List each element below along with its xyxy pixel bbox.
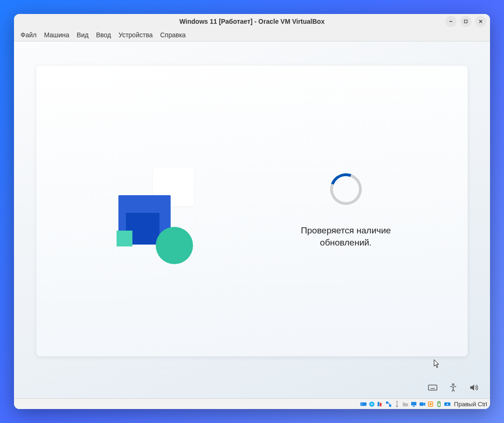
svg-point-23 [396, 401, 398, 402]
menu-file[interactable]: Файл [18, 30, 39, 40]
host-key-indicator[interactable]: Правый Ctrl [454, 401, 487, 408]
svg-rect-18 [386, 401, 388, 403]
oobe-card: Проверяется наличие обновлений. [36, 66, 468, 356]
optical-disc-icon[interactable] [368, 401, 375, 408]
window-controls [445, 16, 486, 27]
recording-icon[interactable] [419, 401, 426, 408]
oobe-status-panel: Проверяется наличие обновлений. [224, 66, 468, 356]
oobe-status-line2: обновлений. [320, 238, 372, 247]
cpu-icon[interactable] [427, 401, 434, 408]
network-icon[interactable] [385, 401, 392, 408]
display-icon[interactable] [410, 401, 417, 408]
hard-disk-icon[interactable] [360, 401, 367, 408]
maximize-button[interactable] [460, 16, 471, 27]
oobe-system-tray [428, 382, 479, 393]
svg-rect-1 [464, 20, 467, 23]
svg-marker-11 [470, 385, 474, 391]
svg-rect-16 [378, 402, 380, 406]
svg-line-20 [388, 403, 390, 404]
menu-view[interactable]: Вид [74, 30, 91, 40]
menu-devices[interactable]: Устройства [116, 30, 155, 40]
menu-input[interactable]: Ввод [93, 30, 114, 40]
guest-display[interactable]: Проверяется наличие обновлений. [14, 41, 490, 398]
audio-icon[interactable] [377, 401, 384, 408]
oobe-status-text: Проверяется наличие обновлений. [301, 225, 391, 248]
volume-icon[interactable] [469, 382, 479, 393]
oobe-graphic-panel [36, 66, 224, 356]
vbox-statusbar: Правый Ctrl [14, 398, 490, 409]
virtualbox-window: Windows 11 [Работает] - Oracle VM Virtua… [14, 14, 490, 409]
svg-rect-26 [420, 402, 423, 406]
usb-icon[interactable] [394, 401, 400, 408]
svg-rect-25 [413, 406, 414, 407]
svg-point-13 [361, 403, 362, 404]
svg-rect-19 [389, 404, 391, 407]
oobe-status-line1: Проверяется наличие [301, 225, 391, 235]
accessibility-icon[interactable] [448, 382, 458, 393]
menubar: Файл Машина Вид Ввод Устройства Справка [14, 29, 490, 41]
titlebar[interactable]: Windows 11 [Работает] - Oracle VM Virtua… [14, 14, 490, 29]
svg-marker-27 [423, 402, 425, 406]
close-button[interactable] [475, 16, 486, 27]
svg-rect-29 [429, 403, 431, 405]
svg-point-10 [452, 384, 454, 386]
svg-point-15 [371, 403, 373, 405]
menu-help[interactable]: Справка [157, 30, 188, 40]
shared-folders-icon[interactable] [402, 401, 409, 408]
menu-machine[interactable]: Машина [41, 30, 72, 40]
keyboard-icon[interactable] [428, 382, 438, 393]
svg-rect-24 [411, 402, 416, 405]
svg-rect-4 [428, 385, 437, 390]
window-title: Windows 11 [Работает] - Oracle VM Virtua… [180, 18, 324, 25]
mouse-integration-icon[interactable] [435, 401, 442, 408]
keyboard-capture-icon[interactable] [444, 401, 451, 408]
minimize-button[interactable] [445, 16, 456, 27]
svg-rect-17 [380, 403, 381, 406]
oobe-decorative-graphic [97, 168, 218, 271]
loading-spinner-icon [325, 168, 367, 210]
host-desktop-background: Windows 11 [Работает] - Oracle VM Virtua… [0, 0, 504, 423]
